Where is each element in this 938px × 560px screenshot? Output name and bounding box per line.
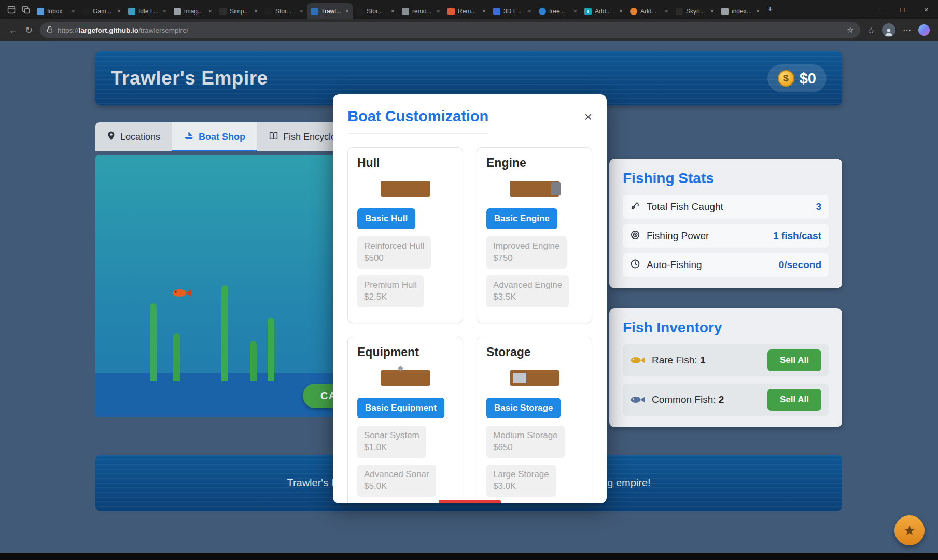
tab-locations[interactable]: Locations [95,122,172,151]
reinforced-hull-button[interactable]: Reinforced Hull$500 [357,236,431,269]
game-nav-tabs: Locations Boat Shop Fish Encyclopedia [95,122,371,151]
tab-close-icon[interactable]: × [345,7,349,15]
advanced-engine-button[interactable]: Advanced Engine$3.5K [486,275,569,307]
browser-tab[interactable]: TAdd...× [581,3,626,19]
browser-tab[interactable]: Add...× [626,3,672,19]
bookmark-star-icon[interactable]: ☆ [847,25,853,35]
tab-close-icon[interactable]: × [436,7,440,15]
tab-close-icon[interactable]: × [299,7,303,15]
tab-title: Add... [595,8,615,15]
fishing-stats-title: Fishing Stats [623,170,829,187]
section-title: Equipment [357,345,453,359]
browser-tab[interactable]: remo...× [398,3,444,19]
browser-tabstrip: Inbox× Gam...× Idle F...× imag...× Simp.… [0,0,938,19]
tab-label: Locations [120,132,160,143]
basic-hull-button[interactable]: Basic Hull [357,208,415,229]
money-amount: $0 [800,70,816,87]
star-icon: ★ [903,523,915,539]
boat-hull-shape [381,181,430,197]
tab-close-icon[interactable]: × [710,7,714,15]
tab-close-icon[interactable]: × [254,7,258,15]
close-window-button[interactable]: × [914,0,938,19]
settings-more-icon[interactable]: ⋯ [903,25,911,35]
tab-close-icon[interactable]: × [573,7,577,15]
tab-close-icon[interactable]: × [71,7,75,15]
tab-close-icon[interactable]: × [117,7,121,15]
stat-label: Auto-Fishing [647,259,702,271]
tab-close-icon[interactable]: × [755,7,760,15]
tab-label: Boat Shop [199,132,245,143]
tab-title: Skyri... [686,8,707,15]
engine-preview [486,172,582,205]
browser-tab[interactable]: Stor...× [261,3,307,19]
url-text[interactable]: https://largefort.github.io/trawlersempi… [58,26,188,34]
window-controls: − □ × [866,0,938,19]
coin-icon: $ [778,70,794,87]
stat-value: 3 [816,201,821,213]
browser-tab[interactable]: Simp...× [216,3,261,19]
improved-engine-button[interactable]: Improved Engine$750 [486,236,567,269]
maximize-button[interactable]: □ [890,0,914,19]
tab-favicon [676,8,683,15]
favorites-icon[interactable]: ☆ [867,25,875,35]
browser-tab[interactable]: imag...× [170,3,216,19]
sell-all-rare-button[interactable]: Sell All [767,349,821,371]
tab-title: Idle F... [138,8,159,15]
browser-tab[interactable]: 3D F...× [489,3,535,19]
hull-preview [357,172,453,205]
basic-storage-button[interactable]: Basic Storage [486,398,561,418]
seaweed [221,285,228,381]
stat-row-total-fish: Total Fish Caught 3 [623,195,829,219]
refresh-button[interactable]: ↻ [25,24,33,36]
tab-close-icon[interactable]: × [619,7,623,15]
profile-avatar[interactable] [882,23,895,37]
advanced-sonar-button[interactable]: Advanced Sonar$5.0K [357,465,436,497]
tab-title: free ... [549,8,570,15]
seaweed [250,341,257,381]
large-storage-button[interactable]: Large Storage$3.0K [486,465,556,497]
browser-tab[interactable]: free ...× [535,3,581,19]
tab-close-icon[interactable]: × [208,7,212,15]
tab-favicon [356,8,363,15]
inventory-label: Common Fish: 2 [652,394,724,405]
inventory-count: 2 [719,394,724,405]
tab-favicon [37,8,44,15]
browser-tab[interactable]: index...× [718,3,763,19]
browser-tab[interactable]: Inbox× [33,3,79,19]
tab-close-icon[interactable]: × [482,7,486,15]
tab-close-icon[interactable]: × [390,7,395,15]
browser-tab[interactable]: Rem...× [444,3,489,19]
premium-hull-button[interactable]: Premium Hull$2.5K [357,275,424,307]
modal-close-icon[interactable]: × [584,110,592,123]
tab-close-icon[interactable]: × [527,7,531,15]
browser-tab-active[interactable]: Trawl...× [307,3,353,19]
tab-close-icon[interactable]: × [664,7,668,15]
stat-row-auto-fishing: Auto-Fishing 0/second [623,253,829,277]
site-info-lock-icon[interactable] [46,25,53,35]
modal-header: Boat Customization × [347,108,592,134]
basic-engine-button[interactable]: Basic Engine [486,208,557,229]
stat-label: Fishing Power [647,230,709,242]
sonar-system-button[interactable]: Sonar System$1.0K [357,426,426,458]
tab-boat-shop[interactable]: Boat Shop [172,122,257,151]
browser-tab[interactable]: Gam...× [79,3,124,19]
url-field[interactable]: https://largefort.github.io/trawlersempi… [40,22,860,38]
modal-close-button-edge[interactable] [439,500,501,503]
basic-equipment-button[interactable]: Basic Equipment [357,398,444,418]
new-tab-button[interactable]: + [767,4,773,15]
tab-title: 3D F... [503,8,524,15]
browser-tab[interactable]: Idle F...× [124,3,170,19]
inventory-count: 1 [700,355,706,366]
copilot-icon[interactable] [918,24,930,36]
fab-star-button[interactable]: ★ [894,515,925,545]
minimize-button[interactable]: − [866,0,890,19]
medium-storage-button[interactable]: Medium Storage$650 [486,426,565,458]
browser-tabs: Inbox× Gam...× Idle F...× imag...× Simp.… [33,0,763,19]
browser-tab[interactable]: Stor...× [353,3,398,19]
tab-activity-icon[interactable] [4,6,19,14]
back-button[interactable]: ← [8,25,18,36]
workspaces-icon[interactable] [19,6,33,14]
sell-all-common-button[interactable]: Sell All [767,389,821,411]
tab-close-icon[interactable]: × [162,7,166,15]
browser-tab[interactable]: Skyri...× [672,3,718,19]
